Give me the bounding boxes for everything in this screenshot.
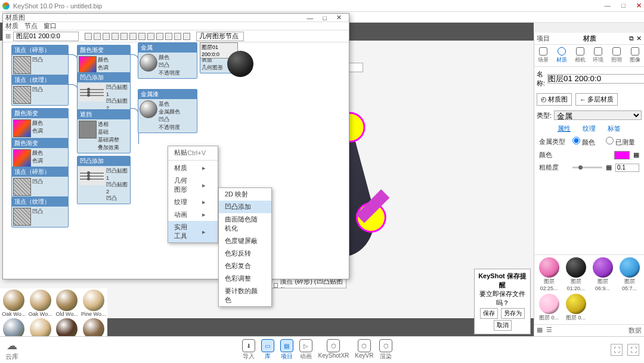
mg-menu-mat[interactable]: 材质	[5, 21, 18, 30]
material-swatch[interactable]: 图层 06:9...	[590, 257, 615, 291]
ctx-color-composite[interactable]: 色彩复合	[219, 260, 271, 272]
ctx-geometry[interactable]: 几何图形	[168, 174, 218, 196]
rp-proj-label: 项目	[537, 34, 550, 43]
mg-max-button[interactable]: □	[318, 14, 332, 21]
fullscreen-button[interactable]: ⛶	[627, 344, 639, 356]
rp-list-icon[interactable]: ☰	[546, 326, 552, 335]
node-vertex-texture-2[interactable]: 顶点（纹理） 凹凸	[11, 196, 69, 227]
mg-tool-icon[interactable]	[147, 33, 154, 40]
toolbar-项目[interactable]: ▤项目	[280, 339, 293, 361]
save-button[interactable]: 保存	[480, 308, 498, 319]
toolbar-导入[interactable]: ⬇导入	[242, 339, 255, 361]
node-vertex-texture-1[interactable]: 顶点（纹理） 凹凸	[11, 75, 69, 106]
save-reminder-dialog: KeyShot 保存提醒 要立即保存文件吗？ 保存 另存为 取消	[474, 269, 531, 334]
rp-radio-measured[interactable]: 已测量	[606, 137, 636, 147]
rp-color-swatch[interactable]	[614, 151, 630, 159]
rp-subtab-tex[interactable]: 纹理	[583, 124, 596, 133]
rp-name-input[interactable]	[547, 74, 644, 84]
material-swatch[interactable]: 图层02:25...	[537, 257, 561, 291]
window-max-button[interactable]: □	[621, 2, 626, 10]
save-message: 要立即保存文件吗？	[477, 290, 528, 307]
mg-tool-icon[interactable]	[85, 33, 92, 40]
node-vertex-fractal-1[interactable]: 顶点（碎形） 凹凸	[11, 45, 69, 76]
lib-material[interactable]: Oak Wo...	[1, 290, 27, 317]
rp-data-label[interactable]: 数据	[628, 326, 642, 335]
screenshot-button[interactable]: ⛶	[611, 344, 623, 356]
mg-tool-icon[interactable]	[183, 33, 190, 40]
rp-radio-color[interactable]: 颜色	[572, 137, 602, 147]
bottom-toolbar-mid: ⬇导入▭库▤项目▷动画⬡KeyShotXR⬡KeyVR⬡渲染	[24, 339, 611, 361]
ctx-bump-add[interactable]: 凹凸添加	[219, 201, 271, 213]
rp-multilayer-button[interactable]: ← 多层材质	[575, 93, 618, 106]
lib-material[interactable]: Oak Wo...	[28, 290, 54, 317]
lib-material[interactable]: Old Wo...	[54, 290, 80, 317]
mg-min-button[interactable]: —	[302, 14, 318, 21]
rp-tab-scene[interactable]: 场景	[538, 47, 549, 64]
rp-rough-input[interactable]	[615, 164, 639, 172]
save-as-button[interactable]: 另存为	[501, 308, 525, 319]
material-swatch[interactable]: 图层 0...	[537, 294, 561, 322]
node-metal-paint[interactable]: 金属漆 基色金属颜色凹凸不透明度	[138, 89, 197, 133]
rp-close-icon[interactable]: ✕	[636, 35, 642, 42]
mg-close-button[interactable]: ✕	[332, 14, 346, 21]
toolbar-动画[interactable]: ▷动画	[299, 339, 312, 361]
rp-tab-env[interactable]: 环境	[593, 47, 603, 64]
material-swatch[interactable]: 图层01:20...	[564, 257, 588, 291]
cancel-button[interactable]: 取消	[494, 320, 512, 331]
rp-tab-image[interactable]: 图像	[630, 47, 640, 64]
toolbar-KeyShotXR[interactable]: ⬡KeyShotXR	[318, 339, 349, 361]
toolbar-渲染[interactable]: ⬡渲染	[379, 339, 392, 361]
node-color-gradient-3[interactable]: 颜色渐变 颜色色调	[77, 45, 131, 76]
ctx-surface-random[interactable]: 曲面随色随机化	[219, 213, 271, 235]
ctx-material[interactable]: 材质	[168, 162, 218, 174]
mg-tool-icon[interactable]	[174, 33, 181, 40]
ctx-texture[interactable]: 纹理	[168, 196, 218, 208]
rp-matgraph-button[interactable]: ◴ 材质图	[537, 93, 572, 106]
ctx-utility[interactable]: 实用工具	[168, 221, 218, 242]
rp-type-select[interactable]: 金属	[554, 110, 642, 120]
toolbar-库[interactable]: ▭库	[261, 339, 274, 361]
ctx-chroma-key[interactable]: 色度键屏蔽	[219, 235, 271, 247]
mg-tool-icon[interactable]	[94, 33, 101, 40]
material-swatch[interactable]: 图层 0...	[564, 294, 588, 322]
mg-tool-icon[interactable]	[156, 33, 163, 40]
ctx-2d-map[interactable]: 2D 映射	[219, 188, 271, 201]
bottom-toolbar: ☁云库 ⬇导入▭库▤项目▷动画⬡KeyShotXR⬡KeyVR⬡渲染 ⛶ ⛶	[0, 336, 644, 363]
window-min-button[interactable]: —	[604, 2, 611, 10]
rp-undock-icon[interactable]: ⧉	[629, 35, 634, 42]
mg-tool-icon[interactable]	[165, 33, 172, 40]
mg-tool-icon[interactable]	[112, 33, 119, 40]
window-close-button[interactable]: ✕	[636, 2, 642, 10]
rp-tab-material[interactable]: 材质	[556, 47, 567, 64]
ctx-anim[interactable]: 动画	[168, 208, 218, 221]
node-bump-add-2[interactable]: 凹凸添加 凹凸贴图 1凹凸贴图 2凹凸	[77, 156, 131, 204]
mg-tool-icon[interactable]	[103, 33, 110, 40]
mg-layer-dropdown[interactable]: 图层01 200:0:0	[13, 32, 79, 41]
rp-grid-icon[interactable]: ▦	[537, 326, 543, 335]
node-color-gradient-1[interactable]: 颜色渐变 颜色色调	[11, 108, 69, 139]
material-swatch[interactable]: 图层 05:7...	[617, 257, 642, 291]
ctx-paste[interactable]: 粘贴Ctrl+V	[168, 146, 218, 159]
node-color-gradient-2[interactable]: 颜色渐变 颜色色调	[11, 138, 69, 169]
cloud-library-button[interactable]: ☁云库	[0, 339, 24, 361]
rp-subtab-attr[interactable]: 属性	[558, 124, 571, 133]
node-vertex-fractal-2[interactable]: 顶点（碎形） 凹凸	[11, 167, 69, 198]
mg-menu-node[interactable]: 节点	[24, 21, 38, 30]
mg-tool-icon[interactable]	[120, 33, 128, 40]
ctx-color-to-number[interactable]: 要计数的颜色	[219, 285, 271, 306]
mg-geom-dropdown[interactable]: 几何图形节点	[196, 32, 244, 41]
rp-type-label: 类型:	[537, 111, 552, 120]
mg-tool-icon[interactable]	[138, 33, 145, 40]
node-metal[interactable]: 金属 颜色凹凸不透明度	[138, 42, 197, 79]
rp-tab-light[interactable]: 照明	[611, 47, 622, 64]
node-occlusion[interactable]: 遮挡 透相基础基础调整叠加效果	[77, 109, 131, 153]
mg-tool-icon[interactable]	[129, 33, 137, 40]
ctx-color-adjust[interactable]: 色彩调整	[219, 272, 271, 285]
lib-material[interactable]: Pine Wo...	[81, 290, 107, 317]
toolbar-KeyVR[interactable]: ⬡KeyVR	[355, 339, 373, 361]
rp-subtab-label[interactable]: 标签	[608, 124, 621, 133]
ctx-color-invert[interactable]: 色彩反转	[219, 247, 271, 260]
rp-tab-camera[interactable]: 相机	[575, 47, 586, 64]
mg-menu-win[interactable]: 窗口	[44, 21, 57, 30]
rp-rough-slider[interactable]	[572, 167, 602, 168]
